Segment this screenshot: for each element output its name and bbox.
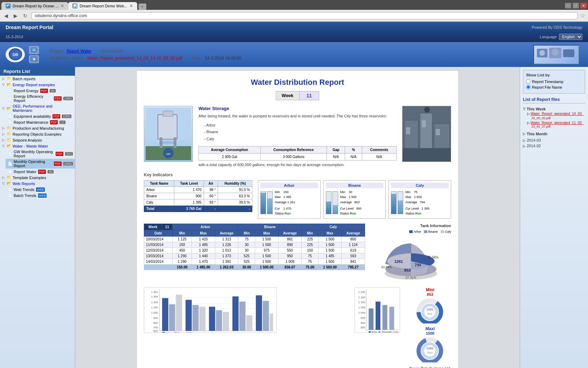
svg-text:850: 850 <box>360 326 365 329</box>
sidebar-item-web-trends[interactable]: 📄 Web Trends WEB <box>6 186 75 192</box>
arrow-icon-2: ▷ <box>523 132 526 136</box>
file-link-1[interactable]: Water_Report_generated_14_03_ <box>531 112 583 116</box>
svg-rect-74 <box>186 332 189 333</box>
nav-icon-2[interactable]: 📋 <box>29 55 39 63</box>
b-avg-3: 550 <box>278 247 302 253</box>
expand-this-month[interactable]: ▷ This Month <box>523 130 585 137</box>
radio-timestamp-row[interactable]: Report Timestamp <box>526 79 582 84</box>
web-icon-2: WEB <box>38 193 47 198</box>
svg-text:600: 600 <box>153 329 158 333</box>
sidebar-item-production[interactable]: ▷ 📁 Production and Manufacturing <box>0 125 75 131</box>
svg-rect-60 <box>199 307 205 331</box>
b-avg-5: 1 009 <box>278 259 302 264</box>
tab-1[interactable]: 🌊 Dream Report by Ocean ... ✕ <box>1 2 68 10</box>
refresh-button[interactable]: ↻ <box>22 12 29 19</box>
file-expand-1[interactable]: ▷ Water_Report_generated_14_03_ <box>527 112 585 116</box>
tab-2-close[interactable]: ✕ <box>130 4 133 8</box>
sidebar-item-equipment[interactable]: 📄 Equipment availability PDF (255) <box>6 113 75 119</box>
tab-2[interactable]: 📊 Dream Report Demo Web... ✕ <box>68 2 137 10</box>
tab-1-close[interactable]: ✕ <box>61 4 64 8</box>
sidebar-item-monthly-operating[interactable]: 📄 Monthly Operating Report PDF (255) <box>6 159 75 169</box>
sidebar-item-report-energy[interactable]: 📄 Report Energy PDF (5) <box>6 88 75 94</box>
a-avg-2: 1 226 <box>215 242 238 247</box>
sidebar-item-batch-trends[interactable]: 📄 Batch Trends WEB <box>6 192 75 198</box>
svg-rect-87 <box>376 301 380 330</box>
caly-max-header: Max <box>318 230 341 236</box>
bisane-humidity: 63.3 % <box>218 193 252 199</box>
reservoir-arbor: - Arbor <box>204 122 397 129</box>
maintenance-label: Report Maintenance <box>14 120 48 124</box>
arbor-avg-header: Average <box>215 230 238 236</box>
sidebar-item-energy-efficiency[interactable]: 📄 Energy Efficiency Report PDF (280) <box>6 94 75 103</box>
sidebar-item-gw-monthly[interactable]: 📄 GW Monthly Operating Report PDF (52) <box>6 149 75 159</box>
filename-label: Report File Name: <box>50 56 84 61</box>
app-meta-bar: 15-3-2014 Language English <box>0 33 588 42</box>
radio-filename-row[interactable]: Report File Name <box>526 85 582 89</box>
forward-button[interactable]: ▶ <box>12 12 19 19</box>
tab-bar: 🌊 Dream Report by Ocean ... ✕ 📊 Dream Re… <box>0 0 588 10</box>
back-button[interactable]: ◀ <box>3 12 9 19</box>
expand-icon-2: ▷ <box>527 121 530 125</box>
sidebar-item-report-water[interactable]: 📄 Report Water PDF (5) <box>6 169 75 175</box>
c-max-3: 1 500 <box>318 247 341 253</box>
bar-chart-2-svg: 1 250 1 200 1 100 1 050 1 000 950 900 85… <box>355 287 400 333</box>
sidebar-item-reporting-objects[interactable]: ▷ 📁 Reporting Objects Examples <box>0 131 75 137</box>
file-link-2[interactable]: Water_Report_generated_11_03_ <box>531 121 583 125</box>
sidebar-item-web-reports[interactable]: ▽ 📂 Web Reports <box>0 180 75 186</box>
year-2014-02-label: 2014-02 <box>527 144 541 148</box>
sidebar-item-maintenance[interactable]: 📄 Report Maintenance PDF (2) <box>6 119 75 125</box>
sidebar-item-setpoint[interactable]: ▷ 📁 Setpoint Analysis <box>0 137 75 143</box>
week-label: Week <box>276 91 300 100</box>
svg-rect-69 <box>270 314 273 331</box>
tot-b-max: 1 500.00 <box>255 264 278 270</box>
sidebar-item-oee[interactable]: ▽ 📂 OEE, Performance and Maintenanc <box>0 103 75 113</box>
radio-timestamp[interactable] <box>526 79 531 84</box>
show-list-title: Show List by <box>526 73 582 77</box>
expand-icon: ▽ <box>2 144 6 148</box>
year-2014-02[interactable]: ▷ 2014-02 <box>523 144 585 148</box>
year-2014-03[interactable]: ▷ 2014-03 <box>523 138 585 142</box>
svg-rect-63 <box>223 312 229 331</box>
file-sub-2[interactable]: 23_41_37.pdf <box>527 125 585 128</box>
filename-value[interactable]: Water_Report_generated_14_03_14 18_00_00… <box>87 56 182 61</box>
svg-text:1 100: 1 100 <box>358 301 365 304</box>
svg-rect-55 <box>162 298 168 331</box>
minimize-button[interactable]: ─ <box>565 3 571 8</box>
new-tab-button[interactable]: + <box>139 4 146 10</box>
sidebar-item-template[interactable]: ▷ 📁 Template Examples <box>0 175 75 180</box>
reporting-objects-label: Reporting Objects Examples <box>13 132 61 136</box>
bookmark-icon[interactable]: ☆ <box>580 12 585 19</box>
svg-rect-65 <box>239 301 246 331</box>
nav-logo[interactable]: DR <box>6 47 25 62</box>
report-name-value[interactable]: Report Water <box>66 49 91 54</box>
nav-icon-1[interactable]: ⚙ <box>29 46 39 54</box>
b-max-4: 1 500 <box>255 253 278 259</box>
total-level: 3 765 Gal <box>174 205 204 212</box>
language-dropdown[interactable]: English <box>559 34 582 40</box>
arrow-icon-3: ▷ <box>523 138 526 142</box>
svg-rect-12 <box>158 115 177 139</box>
sidebar-title: Reports List <box>0 67 75 76</box>
expand-icon: ▷ <box>2 176 6 179</box>
sidebar-item-energy-examples[interactable]: ▽ 📂 Energy Report examples <box>0 82 75 88</box>
svg-rect-66 <box>246 315 252 331</box>
maximize-button[interactable]: □ <box>573 3 579 8</box>
svg-point-10 <box>552 49 559 56</box>
caly-tank-visual <box>391 190 403 214</box>
svg-rect-67 <box>256 295 262 331</box>
sidebar-item-water[interactable]: ▽ 📂 Water - Waste Water <box>0 143 75 149</box>
svg-rect-61 <box>209 307 215 331</box>
svg-text:⚙: ⚙ <box>33 49 35 51</box>
svg-text:900: 900 <box>360 321 365 325</box>
bottom-charts-section: 1 391 1 300 1 200 1 100 1 000 900 800 70… <box>144 287 451 368</box>
radio-filename[interactable] <box>526 85 531 89</box>
address-input[interactable] <box>31 12 578 19</box>
file-expand-2[interactable]: ▷ Water_Report_generated_11_03_ <box>527 121 585 125</box>
c-max-1: 1 500 <box>318 236 341 242</box>
sidebar-item-batch-reports[interactable]: ▷ 📁 Batch reports <box>0 76 75 82</box>
svg-text:□Caly: □Caly <box>392 331 398 333</box>
caly-stats: Min 75 Max 1 500 Average 794 Cur Level 1… <box>405 190 429 216</box>
expand-this-week[interactable]: ▽ This Week <box>523 105 585 112</box>
close-button[interactable]: ✕ <box>580 3 587 8</box>
file-sub-1[interactable]: 18_00_00.pdf <box>527 116 585 120</box>
